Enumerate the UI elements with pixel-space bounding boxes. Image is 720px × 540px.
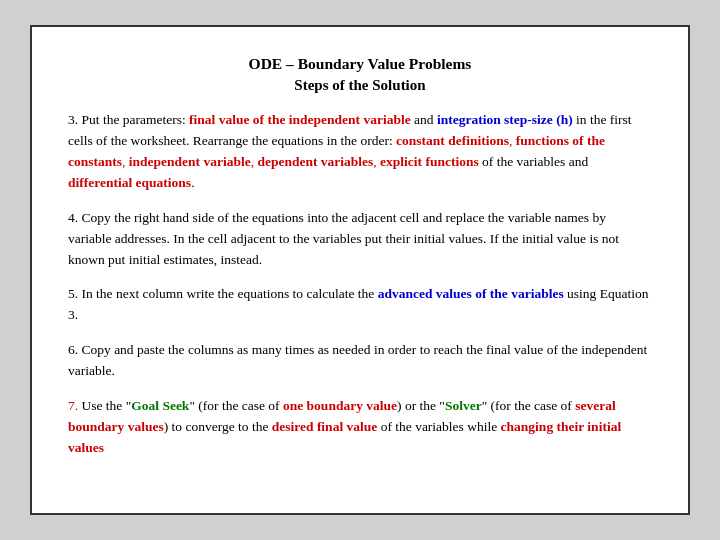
para3-dep-vars: dependent variables [257, 154, 373, 169]
paragraph-5: 5. In the next column write the equation… [68, 284, 652, 326]
para7-desired-final: desired final value [272, 419, 378, 434]
paragraph-7: 7. Use the "Goal Seek" (for the case of … [68, 396, 652, 459]
paragraph-3: 3. Put the parameters: final value of th… [68, 110, 652, 194]
card-subtitle: Steps of the Solution [68, 77, 652, 94]
para7-one-boundary: one boundary value [283, 398, 397, 413]
para3-text2: of the variables and [479, 154, 588, 169]
para6-text: 6. Copy and paste the columns as many ti… [68, 342, 647, 378]
paragraph-6: 6. Copy and paste the columns as many ti… [68, 340, 652, 382]
para3-final-value: final value of the independent variable [189, 112, 411, 127]
para7-text2: " (for the case of [189, 398, 283, 413]
para3-diff-eq: differential equations [68, 175, 191, 190]
card-title: ODE – Boundary Value Problems [68, 55, 652, 73]
para4-text: 4. Copy the right hand side of the equat… [68, 210, 619, 267]
para7-num: 7. [68, 398, 78, 413]
paragraph-4: 4. Copy the right hand side of the equat… [68, 208, 652, 271]
para7-text5: ) to converge to the [164, 419, 272, 434]
main-card: ODE – Boundary Value Problems Steps of t… [30, 25, 690, 515]
para3-explicit-funcs: explicit functions [380, 154, 479, 169]
para7-text3: ) or the " [397, 398, 445, 413]
para3-and: and [411, 112, 437, 127]
para3-num: 3. Put the parameters: [68, 112, 189, 127]
para5-advanced-values: advanced values of the variables [378, 286, 564, 301]
para7-text4: " (for the case of [482, 398, 576, 413]
para3-constant-def: constant definitions [396, 133, 509, 148]
para7-text6: of the variables while [377, 419, 500, 434]
para5-text1: 5. In the next column write the equation… [68, 286, 378, 301]
para7-goal-seek: Goal Seek [131, 398, 189, 413]
para7-solver: Solver [445, 398, 482, 413]
para3-indep-var: independent variable [129, 154, 251, 169]
para7-text1: Use the " [78, 398, 131, 413]
para3-period: . [191, 175, 194, 190]
para3-integration-step: integration step-size (h) [437, 112, 573, 127]
